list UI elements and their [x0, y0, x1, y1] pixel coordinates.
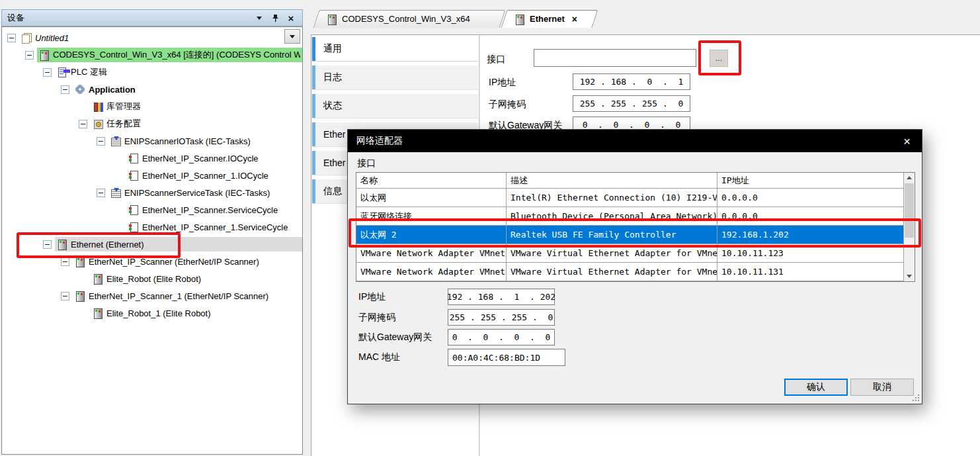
tab-close-icon[interactable]: ×	[572, 14, 577, 24]
call-icon	[128, 205, 139, 215]
devices-panel-header: 设备 ×	[1, 9, 303, 26]
collapse-icon[interactable]	[43, 68, 52, 77]
tab-label: Ethernet	[530, 14, 565, 24]
tab-log[interactable]: 日志	[312, 66, 478, 90]
application-gear-icon	[75, 84, 85, 95]
interface-label: 接口	[487, 54, 505, 66]
tab-label: 信息	[323, 185, 342, 197]
tree-item-label: ENIPScannerIOTask (IEC-Tasks)	[124, 136, 251, 146]
collapse-icon[interactable]	[25, 51, 34, 60]
tab-ethernet[interactable]: Ethernet ×	[504, 10, 595, 28]
plc-logic-icon	[57, 67, 67, 77]
adapter-table-header: 名称 描述 IP地址	[356, 173, 903, 189]
tree-item-label: Ethernet (Ethernet)	[71, 240, 144, 250]
tab-label: Ether	[323, 129, 345, 140]
table-row[interactable]: VMware Network Adapter VMnet8VMware Virt…	[356, 263, 903, 281]
scroll-thumb[interactable]	[905, 183, 914, 238]
dialog-subnet-label: 子网掩码	[358, 312, 395, 324]
tree-item-library-manager[interactable]: 库管理器	[2, 98, 302, 115]
tree-item-project[interactable]: Untitled1	[2, 29, 302, 46]
library-manager-icon	[93, 101, 103, 112]
collapse-icon[interactable]	[97, 189, 105, 197]
collapse-icon[interactable]	[61, 85, 69, 94]
pin-icon[interactable]	[269, 13, 281, 23]
dialog-titlebar[interactable]: 网络适配器 ×	[348, 130, 922, 152]
collapse-icon[interactable]	[79, 120, 87, 128]
subnet-mask-label: 子网掩码	[489, 99, 526, 111]
column-description[interactable]: 描述	[507, 173, 717, 188]
tree-item-task-configuration[interactable]: 任务配置	[2, 115, 302, 132]
dialog-close-icon[interactable]: ×	[901, 135, 913, 148]
collapse-icon[interactable]	[7, 34, 16, 42]
collapse-icon[interactable]	[97, 137, 105, 146]
device-icon	[39, 50, 50, 60]
tree-item-iocycle[interactable]: EtherNet_IP_Scanner.IOCycle	[2, 150, 302, 167]
dialog-body: 接口 名称 描述 IP地址 以太网Intel(R) Ethernet Conne…	[348, 152, 922, 404]
subnet-mask-value[interactable]: 255 . 255 . 255 . 0	[573, 95, 690, 112]
tree-item-servicecycle[interactable]: EtherNet_IP_Scanner.ServiceCycle	[2, 201, 302, 218]
device-icon	[514, 14, 525, 24]
device-icon	[57, 239, 67, 250]
tree-item-plc-logic[interactable]: PLC 逻辑	[2, 64, 302, 81]
tree-item-elite-robot[interactable]: Elite_Robot (Elite Robot)	[2, 270, 302, 287]
adapter-table: 名称 描述 IP地址 以太网Intel(R) Ethernet Connecti…	[356, 172, 915, 282]
column-ip[interactable]: IP地址	[717, 173, 903, 188]
tree-item-application[interactable]: Application	[2, 81, 302, 98]
dialog-ip-label: IP地址	[358, 291, 386, 303]
tree-item-ethernet[interactable]: Ethernet (Ethernet)	[2, 236, 302, 253]
device-icon	[75, 256, 85, 267]
interface-section-label: 接口	[357, 158, 376, 169]
tab-codesys-control[interactable]: CODESYS_Control_Win_V3_x64	[316, 10, 503, 28]
tree-item-label: EtherNet_IP_Scanner_1.IOCycle	[142, 171, 268, 181]
device-icon	[93, 308, 103, 318]
tab-general[interactable]: 通用	[312, 37, 478, 62]
table-row[interactable]: 蓝牙网络连接Bluetooth Device (Personal Area Ne…	[356, 207, 903, 226]
collapse-icon[interactable]	[61, 292, 69, 300]
interface-input[interactable]	[534, 49, 696, 67]
call-icon	[128, 222, 139, 232]
tree-item-enip-scanner[interactable]: EtherNet_IP_Scanner (EtherNet/IP Scanner…	[2, 253, 302, 270]
tree-item-plc-device[interactable]: CODESYS_Control_Win_V3_x64 [连接的] (CODESY…	[2, 46, 302, 64]
ip-address-label: IP地址	[489, 77, 516, 89]
panel-close-icon[interactable]: ×	[285, 13, 297, 23]
dialog-subnet-value: 255 . 255 . 255 . 0	[448, 309, 555, 326]
scroll-up-icon[interactable]	[904, 173, 915, 183]
tab-status[interactable]: 状态	[312, 94, 478, 118]
device-icon	[327, 14, 337, 24]
cancel-button[interactable]: 取消	[850, 379, 914, 396]
tree-item-label: Elite_Robot_1 (Elite Robot)	[106, 308, 211, 318]
table-row[interactable]: VMware Network Adapter VMnet1VMware Virt…	[356, 244, 903, 263]
tree-item-label: EtherNet_IP_Scanner.ServiceCycle	[142, 205, 278, 215]
tab-label: CODESYS_Control_Win_V3_x64	[342, 14, 470, 24]
tab-label: 状态	[323, 100, 342, 112]
table-scrollbar[interactable]	[903, 173, 915, 281]
resize-grip[interactable]	[911, 393, 919, 401]
tree-item-label: Untitled1	[35, 33, 69, 43]
confirm-button[interactable]: 确认	[784, 379, 848, 396]
browse-network-adapters-button[interactable]: ...	[710, 50, 728, 67]
network-adapter-dialog: 网络适配器 × 接口 名称 描述 IP地址 以太网Intel(R) Ethern…	[347, 129, 922, 404]
tree-item-servicecycle-1[interactable]: EtherNet_IP_Scanner_1.ServiceCycle	[2, 218, 302, 236]
column-name[interactable]: 名称	[356, 173, 507, 188]
tree-item-label: Elite_Robot (Elite Robot)	[106, 274, 201, 284]
device-tree-panel: Untitled1 CODESYS_Control_Win_V3_x64 [连接…	[1, 26, 303, 455]
table-row[interactable]: 以太网Intel(R) Ethernet Connection (10) I21…	[356, 189, 903, 207]
device-icon	[93, 273, 103, 284]
call-icon	[128, 170, 139, 181]
tree-item-iocycle-1[interactable]: EtherNet_IP_Scanner_1.IOCycle	[2, 167, 302, 184]
collapse-icon[interactable]	[61, 257, 69, 266]
tree-item-enip-service-task[interactable]: ENIPScannerServiceTask (IEC-Tasks)	[2, 184, 302, 201]
panel-menu-icon[interactable]	[253, 13, 265, 23]
tree-item-enip-io-task[interactable]: ENIPScannerIOTask (IEC-Tasks)	[2, 132, 302, 150]
scroll-down-icon[interactable]	[904, 271, 915, 281]
collapse-icon[interactable]	[43, 240, 52, 249]
tree-item-label: CODESYS_Control_Win_V3_x64 [连接的] (CODESY…	[53, 49, 300, 61]
tree-item-enip-scanner-1[interactable]: EtherNet_IP_Scanner_1 (EtherNet/IP Scann…	[2, 287, 302, 304]
tree-item-label: EtherNet_IP_Scanner.IOCycle	[142, 154, 259, 163]
tab-label: Ether	[323, 158, 345, 168]
tree-item-label: ENIPScannerServiceTask (IEC-Tasks)	[124, 188, 270, 198]
device-combo-dropdown[interactable]	[284, 29, 300, 44]
table-row-selected[interactable]: 以太网 2Realtek USB FE Family Controller192…	[356, 226, 903, 244]
tree-item-elite-robot-1[interactable]: Elite_Robot_1 (Elite Robot)	[2, 304, 302, 322]
ip-address-value[interactable]: 192 . 168 . 0 . 1	[573, 73, 690, 90]
